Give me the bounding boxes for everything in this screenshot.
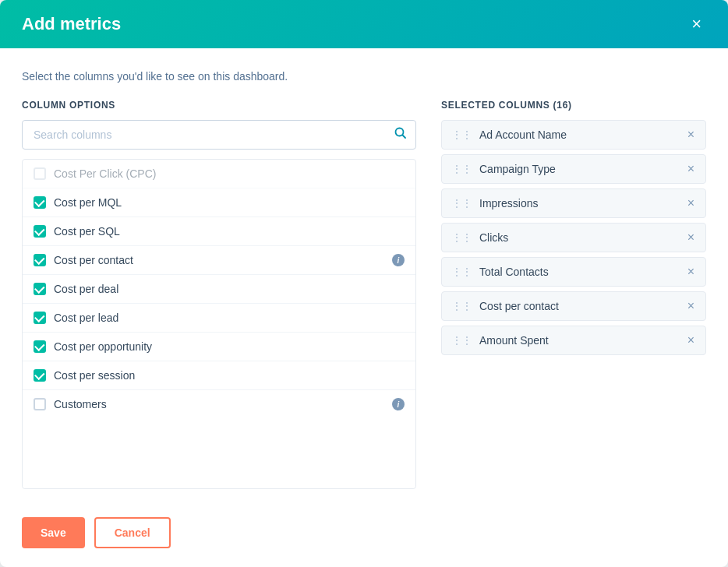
column-options-label: COLUMN OPTIONS bbox=[22, 100, 416, 111]
add-metrics-modal: Add metrics × Select the columns you'd l… bbox=[0, 0, 728, 567]
list-item[interactable]: Cost per contacti bbox=[23, 246, 415, 275]
selected-label: Cost per contact bbox=[479, 300, 678, 312]
list-item[interactable]: Cost per lead bbox=[23, 304, 415, 333]
drag-handle-icon[interactable]: ⋮⋮ bbox=[451, 197, 472, 210]
info-icon[interactable]: i bbox=[392, 398, 405, 410]
drag-handle-icon[interactable]: ⋮⋮ bbox=[451, 129, 472, 141]
drag-handle-icon[interactable]: ⋮⋮ bbox=[451, 266, 472, 278]
item-label: Cost per deal bbox=[54, 283, 405, 295]
list-item[interactable]: Cost per MQL bbox=[23, 188, 415, 217]
remove-button[interactable]: × bbox=[686, 231, 696, 244]
left-panel: COLUMN OPTIONS Cost Per Click (CPC)Cost … bbox=[22, 100, 416, 489]
list-item[interactable]: Cost per deal bbox=[23, 275, 415, 304]
list-item[interactable]: Customersi bbox=[23, 390, 415, 418]
selected-list: ⋮⋮Ad Account Name×⋮⋮Campaign Type×⋮⋮Impr… bbox=[441, 120, 706, 489]
item-label: Cost Per Click (CPC) bbox=[54, 167, 405, 180]
columns-container: COLUMN OPTIONS Cost Per Click (CPC)Cost … bbox=[22, 100, 706, 489]
modal-title: Add metrics bbox=[22, 14, 121, 34]
item-label: Cost per session bbox=[54, 369, 405, 382]
remove-button[interactable]: × bbox=[686, 129, 696, 141]
selected-label: Ad Account Name bbox=[479, 129, 678, 141]
list-item[interactable]: Cost Per Click (CPC) bbox=[23, 160, 415, 188]
remove-button[interactable]: × bbox=[686, 197, 696, 210]
save-button[interactable]: Save bbox=[22, 517, 85, 548]
drag-handle-icon[interactable]: ⋮⋮ bbox=[451, 231, 472, 244]
checkbox-icon bbox=[34, 254, 46, 266]
selected-item: ⋮⋮Cost per contact× bbox=[441, 291, 706, 321]
drag-handle-icon[interactable]: ⋮⋮ bbox=[451, 163, 472, 175]
search-input[interactable] bbox=[22, 120, 416, 150]
selected-item: ⋮⋮Ad Account Name× bbox=[441, 120, 706, 150]
remove-button[interactable]: × bbox=[686, 266, 696, 278]
modal-footer: Save Cancel bbox=[0, 505, 728, 567]
item-label: Cost per opportunity bbox=[54, 340, 405, 353]
remove-button[interactable]: × bbox=[686, 334, 696, 347]
subtitle: Select the columns you'd like to see on … bbox=[22, 70, 706, 83]
modal-header: Add metrics × bbox=[0, 0, 728, 48]
item-label: Cost per contact bbox=[54, 254, 384, 266]
right-panel: SELECTED COLUMNS (16) ⋮⋮Ad Account Name×… bbox=[441, 100, 706, 489]
selected-item: ⋮⋮Campaign Type× bbox=[441, 154, 706, 184]
selected-item: ⋮⋮Impressions× bbox=[441, 188, 706, 218]
list-item[interactable]: Cost per opportunity bbox=[23, 333, 415, 361]
drag-handle-icon[interactable]: ⋮⋮ bbox=[451, 300, 472, 312]
selected-item: ⋮⋮Clicks× bbox=[441, 223, 706, 252]
selected-columns-label: SELECTED COLUMNS (16) bbox=[441, 100, 706, 111]
remove-button[interactable]: × bbox=[686, 300, 696, 312]
checkbox-icon bbox=[34, 283, 46, 295]
selected-label: Total Contacts bbox=[479, 266, 678, 278]
checkbox-icon bbox=[34, 369, 46, 382]
item-label: Cost per SQL bbox=[54, 225, 405, 238]
item-label: Cost per lead bbox=[54, 312, 405, 324]
modal-body: Select the columns you'd like to see on … bbox=[0, 48, 728, 505]
remove-button[interactable]: × bbox=[686, 163, 696, 175]
info-icon[interactable]: i bbox=[392, 254, 405, 266]
search-box bbox=[22, 120, 416, 150]
list-item[interactable]: Cost per SQL bbox=[23, 217, 415, 246]
list-item[interactable]: Cost per session bbox=[23, 361, 415, 390]
checkbox-icon bbox=[34, 340, 46, 353]
checkbox-icon bbox=[34, 398, 46, 410]
selected-label: Impressions bbox=[479, 197, 678, 210]
checkbox-icon bbox=[34, 196, 46, 209]
item-label: Customers bbox=[54, 398, 384, 410]
item-label: Cost per MQL bbox=[54, 196, 405, 209]
close-button[interactable]: × bbox=[687, 14, 706, 34]
selected-item: ⋮⋮Amount Spent× bbox=[441, 326, 706, 355]
checkbox-icon bbox=[34, 312, 46, 324]
selected-label: Amount Spent bbox=[479, 334, 678, 347]
checkbox-icon bbox=[34, 167, 46, 180]
checkbox-icon bbox=[34, 225, 46, 238]
cancel-button[interactable]: Cancel bbox=[94, 517, 171, 548]
selected-label: Clicks bbox=[479, 231, 678, 244]
checkbox-list: Cost Per Click (CPC)Cost per MQLCost per… bbox=[22, 159, 416, 489]
selected-item: ⋮⋮Total Contacts× bbox=[441, 257, 706, 287]
selected-label: Campaign Type bbox=[479, 163, 678, 175]
drag-handle-icon[interactable]: ⋮⋮ bbox=[451, 334, 472, 347]
